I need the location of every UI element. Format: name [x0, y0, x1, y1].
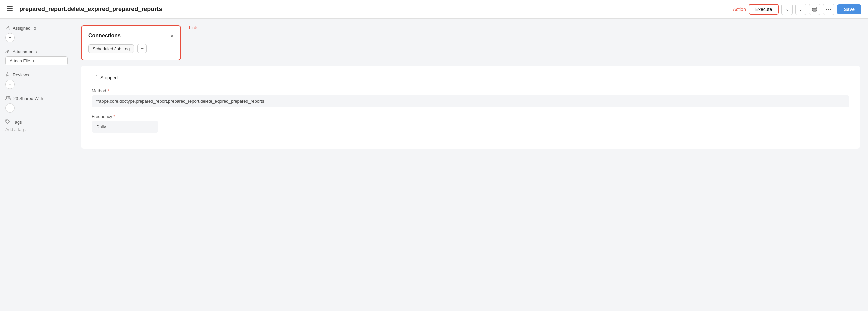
stopped-label: Stopped — [100, 75, 118, 80]
assigned-to-section: Assigned To + — [5, 25, 67, 42]
svg-rect-1 — [7, 8, 13, 9]
add-shared-button[interactable]: + — [5, 103, 14, 113]
main-form-card: Stopped Method * frappe.core.doctype.pre… — [81, 66, 860, 148]
svg-point-6 — [816, 9, 816, 10]
execute-button[interactable]: Execute — [749, 4, 779, 14]
action-button[interactable]: Action — [733, 7, 746, 12]
prev-button[interactable]: ‹ — [781, 4, 793, 15]
shared-with-title: 23 Shared With — [5, 96, 67, 101]
tags-label: Tags — [13, 119, 22, 125]
shared-with-count: 23 Shared With — [13, 96, 43, 101]
assigned-to-title: Assigned To — [5, 25, 67, 31]
sidebar: Assigned To + Attachments Attach File + — [0, 19, 73, 311]
attachments-section: Attachments Attach File + — [5, 49, 67, 65]
next-icon: › — [800, 7, 802, 12]
connections-card: Connections ∧ Scheduled Job Log + — [81, 25, 181, 61]
reviews-icon — [5, 72, 10, 78]
frequency-label-text: Frequency — [92, 114, 112, 119]
tags-title: Tags — [5, 119, 67, 125]
print-button[interactable] — [809, 4, 820, 15]
reviews-title: Reviews — [5, 72, 67, 78]
method-value[interactable]: frappe.core.doctype.prepared_report.prep… — [92, 95, 849, 107]
assigned-to-label: Assigned To — [13, 26, 36, 31]
content-area: Connections ∧ Scheduled Job Log + Link S… — [73, 19, 868, 311]
method-required-star: * — [107, 89, 109, 93]
link-text[interactable]: Link — [189, 25, 197, 30]
hamburger-icon[interactable] — [7, 6, 13, 13]
frequency-label: Frequency * — [92, 114, 849, 119]
method-label: Method * — [92, 89, 849, 93]
more-icon: ··· — [826, 6, 832, 13]
tags-section: Tags Add a tag ... — [5, 119, 67, 132]
svg-point-9 — [8, 96, 10, 98]
add-review-button[interactable]: + — [5, 80, 14, 89]
attachments-icon — [5, 49, 10, 55]
connections-title: Connections — [89, 33, 121, 39]
svg-rect-0 — [7, 6, 13, 7]
add-tag-text[interactable]: Add a tag ... — [5, 127, 67, 132]
connections-row: Connections ∧ Scheduled Job Log + Link — [81, 25, 860, 66]
add-connection-button[interactable]: + — [137, 44, 147, 53]
more-button[interactable]: ··· — [823, 4, 834, 15]
reviews-label: Reviews — [13, 72, 29, 77]
main-layout: Assigned To + Attachments Attach File + — [0, 19, 868, 311]
connections-header: Connections ∧ — [89, 33, 174, 39]
assigned-to-icon — [5, 25, 10, 31]
method-field-group: Method * frappe.core.doctype.prepared_re… — [92, 89, 849, 107]
shared-with-section: 23 Shared With + — [5, 96, 67, 113]
chevron-up-icon: ∧ — [170, 33, 174, 38]
attach-file-label: Attach File — [10, 59, 30, 64]
shared-with-icon — [5, 96, 11, 101]
svg-rect-2 — [7, 10, 13, 11]
frequency-field-group: Frequency * Daily — [92, 114, 849, 133]
next-button[interactable]: › — [795, 4, 806, 15]
prev-icon: ‹ — [786, 7, 788, 12]
connections-body: Scheduled Job Log + — [89, 44, 174, 53]
attach-file-button[interactable]: Attach File + — [5, 57, 67, 65]
method-label-text: Method — [92, 89, 106, 93]
top-actions: Action Execute ‹ › ··· Save — [733, 4, 861, 15]
add-assigned-button[interactable]: + — [5, 33, 14, 42]
stopped-row: Stopped — [92, 75, 849, 80]
attachments-title: Attachments — [5, 49, 67, 55]
svg-point-10 — [6, 120, 7, 121]
reviews-section: Reviews + — [5, 72, 67, 89]
stopped-checkbox[interactable] — [92, 75, 97, 80]
attach-file-plus-icon: + — [32, 59, 35, 64]
page-title: prepared_report.delete_expired_prepared_… — [19, 6, 729, 13]
top-bar: prepared_report.delete_expired_prepared_… — [0, 0, 868, 19]
svg-point-8 — [6, 96, 8, 98]
scheduled-job-log-tag[interactable]: Scheduled Job Log — [89, 44, 134, 53]
frequency-value[interactable]: Daily — [92, 121, 158, 133]
frequency-required-star: * — [114, 114, 115, 119]
tags-icon — [5, 119, 10, 125]
attachments-label: Attachments — [13, 49, 37, 54]
save-button[interactable]: Save — [837, 4, 861, 14]
svg-point-7 — [7, 26, 9, 28]
